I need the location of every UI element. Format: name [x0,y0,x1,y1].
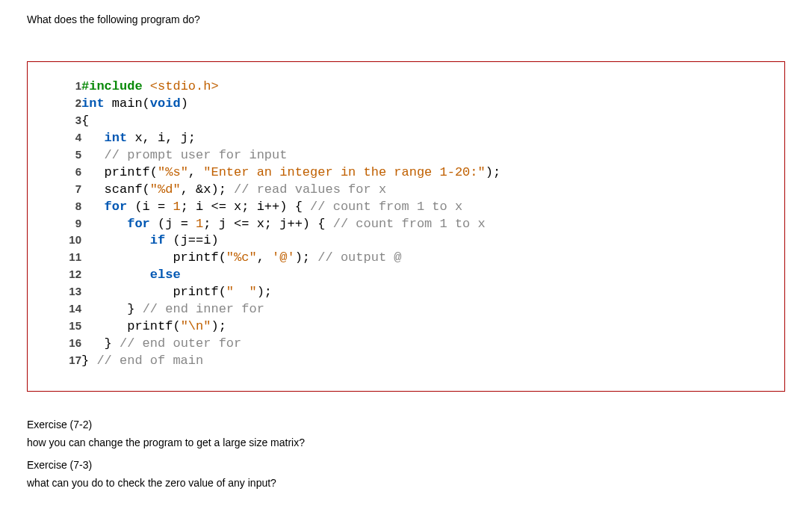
code-content: printf("%s", "Enter an integer in the ra… [81,164,500,182]
code-line: 11 printf("%c", '@'); // output @ [49,250,500,267]
code-line: 6 printf("%s", "Enter an integer in the … [49,164,500,182]
line-number: 8 [49,199,81,216]
line-number: 1 [49,78,81,96]
line-number: 6 [49,164,81,182]
code-content: int main(void) [81,96,500,113]
code-content: } // end of main [81,353,500,370]
code-line: 10 if (j==i) [49,232,500,250]
line-number: 5 [49,147,81,164]
code-line: 7 scanf("%d", &x); // read values for x [49,182,500,199]
code-line: 17} // end of main [49,353,500,370]
line-number: 7 [49,182,81,199]
line-number: 14 [49,301,81,318]
code-content: if (j==i) [81,232,500,250]
code-content: scanf("%d", &x); // read values for x [81,182,500,199]
line-number: 16 [49,336,81,353]
code-content: // prompt user for input [81,147,500,164]
line-number: 17 [49,353,81,370]
code-line: 4 int x, i, j; [49,130,500,147]
code-content: int x, i, j; [81,130,500,147]
code-content: printf("%c", '@'); // output @ [81,250,500,267]
code-content: printf(" "); [81,284,500,301]
exercise-7-3-text: what can you do to check the zero value … [27,477,785,489]
code-content: else [81,267,500,284]
line-number: 11 [49,250,81,267]
line-number: 9 [49,216,81,233]
code-line: 13 printf(" "); [49,284,500,301]
code-content: } // end outer for [81,336,500,353]
code-content: for (i = 1; i <= x; i++) { // count from… [81,199,500,216]
line-number: 10 [49,232,81,250]
code-line: 5 // prompt user for input [49,147,500,164]
exercise-7-2-text: how you can change the program to get a … [27,436,785,448]
code-line: 15 printf("\n"); [49,318,500,336]
question-text: What does the following program do? [27,13,785,25]
code-content: { [81,113,500,130]
code-line: 14 } // end inner for [49,301,500,318]
code-line: 16 } // end outer for [49,336,500,353]
exercise-7-2-label: Exercise (7-2) [27,419,785,431]
line-number: 4 [49,130,81,147]
code-line: 9 for (j = 1; j <= x; j++) { // count fr… [49,216,500,233]
line-number: 13 [49,284,81,301]
code-line: 2int main(void) [49,96,500,113]
code-content: printf("\n"); [81,318,500,336]
code-line: 1#include <stdio.h> [49,78,500,96]
code-listing: 1#include <stdio.h>2int main(void)3{4 in… [49,78,500,370]
line-number: 3 [49,113,81,130]
line-number: 2 [49,96,81,113]
code-line: 12 else [49,267,500,284]
code-listing-box: 1#include <stdio.h>2int main(void)3{4 in… [27,61,785,392]
line-number: 15 [49,318,81,336]
exercise-7-3-label: Exercise (7-3) [27,459,785,471]
code-content: for (j = 1; j <= x; j++) { // count from… [81,216,500,233]
code-line: 3{ [49,113,500,130]
line-number: 12 [49,267,81,284]
code-content: } // end inner for [81,301,500,318]
code-line: 8 for (i = 1; i <= x; i++) { // count fr… [49,199,500,216]
code-content: #include <stdio.h> [81,78,500,96]
